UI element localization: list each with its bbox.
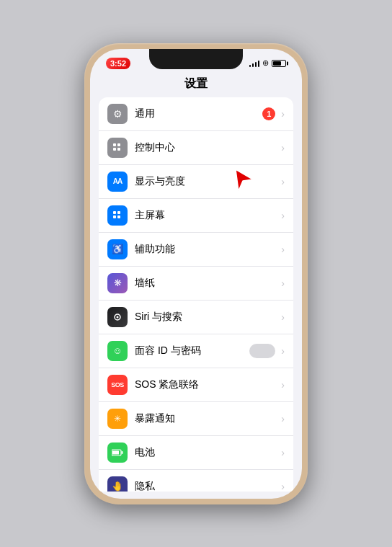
chevron-icon: › bbox=[281, 277, 285, 289]
list-item[interactable]: ⚙ 通用 1 › bbox=[99, 97, 293, 131]
status-icons: ⊛ bbox=[249, 58, 287, 68]
status-time: 3:52 bbox=[106, 58, 130, 69]
chevron-icon: › bbox=[281, 244, 285, 255]
settings-section-main: ⚙ 通用 1 › bbox=[99, 97, 293, 492]
wallpaper-label: 墙纸 bbox=[135, 277, 278, 290]
chevron-icon: › bbox=[281, 447, 285, 458]
list-item[interactable]: Siri 与搜索 › bbox=[99, 301, 293, 334]
svg-rect-3 bbox=[117, 148, 120, 151]
homescreen-icon bbox=[107, 205, 128, 226]
list-item[interactable]: 电池 › bbox=[99, 436, 293, 470]
svg-point-10 bbox=[117, 316, 119, 318]
signal-bars-icon bbox=[249, 60, 260, 67]
faceid-icon: ☺ bbox=[107, 341, 128, 361]
battery-label: 电池 bbox=[135, 446, 278, 459]
chevron-icon: › bbox=[281, 413, 285, 424]
homescreen-label: 主屏幕 bbox=[135, 209, 278, 222]
phone-frame: 3:52 ⊛ 设置 bbox=[84, 43, 308, 504]
page-title: 设置 bbox=[90, 75, 302, 97]
chevron-icon: › bbox=[281, 379, 285, 391]
svg-rect-1 bbox=[117, 143, 120, 146]
svg-rect-12 bbox=[122, 451, 123, 454]
phone-screen: 3:52 ⊛ 设置 bbox=[90, 49, 302, 499]
list-item[interactable]: ♿ 辅助功能 › bbox=[99, 233, 293, 267]
list-item[interactable]: ❋ 墙纸 › bbox=[99, 267, 293, 301]
privacy-label: 隐私 bbox=[135, 480, 278, 492]
accessibility-label: 辅助功能 bbox=[135, 243, 278, 256]
siri-icon bbox=[107, 307, 128, 327]
list-item[interactable]: 🤚 隐私 › bbox=[99, 470, 293, 492]
chevron-icon: › bbox=[281, 311, 285, 323]
exposure-label: 暴露通知 bbox=[135, 412, 278, 425]
control-center-icon bbox=[107, 138, 128, 158]
settings-list: ⚙ 通用 1 › bbox=[90, 97, 302, 492]
sos-icon: SOS bbox=[107, 375, 128, 395]
svg-rect-13 bbox=[112, 450, 119, 454]
general-badge: 1 bbox=[262, 107, 275, 120]
svg-rect-2 bbox=[113, 148, 116, 151]
display-label: 显示与亮度 bbox=[135, 175, 278, 188]
siri-label: Siri 与搜索 bbox=[135, 311, 278, 324]
notch bbox=[149, 49, 243, 69]
list-item[interactable]: ✳ 暴露通知 › bbox=[99, 402, 293, 436]
svg-rect-7 bbox=[113, 215, 116, 218]
list-item[interactable]: ☺ 面容 ID 与密码 › bbox=[99, 334, 293, 368]
chevron-icon: › bbox=[281, 345, 285, 357]
battery-icon bbox=[272, 60, 286, 67]
list-item[interactable]: SOS SOS 紧急联络 › bbox=[99, 368, 293, 402]
general-icon: ⚙ bbox=[107, 104, 128, 124]
svg-rect-8 bbox=[117, 215, 120, 218]
wifi-icon: ⊛ bbox=[262, 58, 269, 68]
chevron-icon: › bbox=[281, 176, 285, 187]
control-center-label: 控制中心 bbox=[135, 141, 278, 154]
svg-rect-0 bbox=[113, 143, 116, 146]
list-item[interactable]: 控制中心 › bbox=[99, 131, 293, 165]
chevron-icon: › bbox=[281, 108, 285, 120]
faceid-label: 面容 ID 与密码 bbox=[135, 344, 249, 357]
list-item[interactable]: 主屏幕 › bbox=[99, 199, 293, 233]
chevron-icon: › bbox=[281, 210, 285, 221]
exposure-icon: ✳ bbox=[107, 409, 128, 429]
sos-label: SOS 紧急联络 bbox=[135, 378, 278, 391]
svg-rect-6 bbox=[117, 211, 120, 214]
privacy-icon: 🤚 bbox=[107, 476, 128, 492]
list-item[interactable]: AA 显示与亮度 › bbox=[99, 165, 293, 199]
accessibility-icon: ♿ bbox=[107, 239, 128, 259]
chevron-icon: › bbox=[281, 481, 285, 492]
battery-settings-icon bbox=[107, 443, 128, 463]
faceid-toggle[interactable] bbox=[249, 344, 275, 358]
display-icon: AA bbox=[107, 172, 128, 192]
general-label: 通用 bbox=[135, 107, 262, 120]
svg-rect-5 bbox=[113, 211, 116, 214]
wallpaper-icon: ❋ bbox=[107, 273, 128, 293]
chevron-icon: › bbox=[281, 142, 285, 154]
